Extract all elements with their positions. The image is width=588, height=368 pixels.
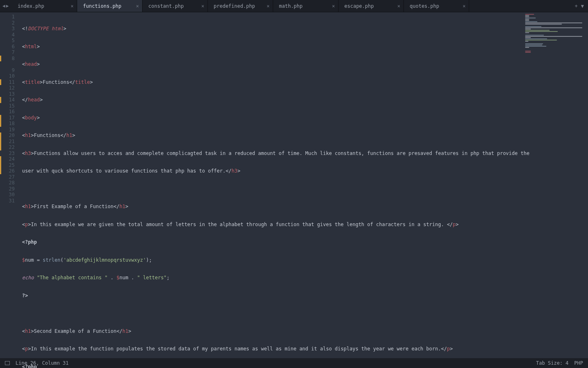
line-number: 19 (0, 127, 18, 133)
line-number: 2 (0, 20, 18, 26)
line-number: 17 (0, 115, 18, 121)
nav-forward-icon[interactable]: ▶ (6, 4, 9, 8)
tab-label: predefined.php (214, 3, 255, 9)
line-number: 14 (0, 97, 18, 103)
line-number: 20 (0, 132, 18, 139)
tab-label: index.php (18, 3, 44, 9)
tab-label: math.php (279, 3, 303, 9)
line-number: 8 (0, 56, 18, 62)
tab-functions-php[interactable]: functions.php × (77, 0, 143, 12)
tab-bar: ◀ ▶ index.php × functions.php × constant… (0, 0, 588, 12)
tab-index-php[interactable]: index.php × (12, 0, 77, 12)
line-number: 13 (0, 91, 18, 97)
panel-toggle-icon[interactable] (5, 361, 10, 365)
tab-quotes-php[interactable]: quotes.php × (404, 0, 469, 12)
line-number: 3 (0, 26, 18, 32)
line-number: 26 (0, 168, 18, 174)
line-number: 28 (0, 180, 18, 186)
code-area[interactable]: <!DOCTYPE html> <html> <head> <title>Fun… (18, 12, 588, 358)
line-number: 11 (0, 79, 18, 85)
close-icon[interactable]: × (71, 3, 74, 9)
line-number: 21 (0, 139, 18, 145)
line-number: 15 (0, 103, 18, 109)
tab-label: quotes.php (410, 3, 439, 9)
line-number: 16 (0, 109, 18, 115)
tab-label: constant.php (148, 3, 184, 9)
tab-label: functions.php (83, 3, 121, 9)
close-icon[interactable]: × (201, 3, 204, 9)
close-icon[interactable]: × (136, 3, 139, 9)
editor: 1234567891011121314151617181920212223242… (0, 12, 588, 358)
tab-history-nav: ◀ ▶ (0, 0, 12, 12)
tab-label: escape.php (344, 3, 374, 9)
line-number: 31 (0, 198, 18, 204)
tab-predefined-php[interactable]: predefined.php × (208, 0, 273, 12)
line-number: 24 (0, 156, 18, 162)
line-number (0, 61, 18, 67)
line-number: 29 (0, 186, 18, 192)
line-number: 30 (0, 192, 18, 198)
new-tab-icon[interactable]: + (575, 3, 578, 9)
close-icon[interactable]: × (463, 3, 466, 9)
tab-menu-icon[interactable]: ▼ (581, 3, 584, 9)
tabbar-right: + ▼ (571, 0, 588, 12)
line-number: 23 (0, 150, 18, 157)
line-number: 5 (0, 38, 18, 44)
close-icon[interactable]: × (267, 3, 270, 9)
tab-math-php[interactable]: math.php × (273, 0, 339, 12)
close-icon[interactable]: × (332, 3, 335, 9)
tab-constant-php[interactable]: constant.php × (143, 0, 208, 12)
line-number: 22 (0, 144, 18, 150)
line-number: 27 (0, 174, 18, 180)
tabs: index.php × functions.php × constant.php… (12, 0, 570, 12)
close-icon[interactable]: × (397, 3, 400, 9)
tab-escape-php[interactable]: escape.php × (339, 0, 404, 12)
line-number: 6 (0, 44, 18, 50)
line-number: 25 (0, 162, 18, 168)
line-number: 7 (0, 49, 18, 56)
line-number-gutter: 1234567891011121314151617181920212223242… (0, 12, 18, 358)
line-number: 9 (0, 67, 18, 74)
line-number: 1 (0, 14, 18, 20)
line-number: 4 (0, 32, 18, 38)
line-number: 18 (0, 121, 18, 127)
line-number: 10 (0, 73, 18, 79)
line-number: 12 (0, 85, 18, 91)
nav-back-icon[interactable]: ◀ (2, 4, 5, 8)
